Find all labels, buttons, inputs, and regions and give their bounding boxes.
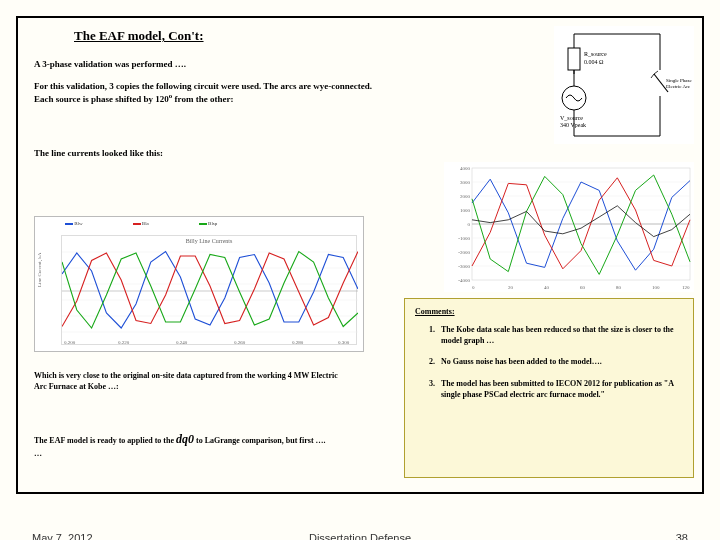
line-currents-label: The line currents looked like this: (34, 147, 686, 159)
chart1-svg: 0.2000.2200.240 0.2600.2800.300 (62, 236, 358, 346)
svg-text:-3000: -3000 (458, 264, 470, 269)
arc-label1: Single Phase (666, 78, 692, 83)
svg-text:-2000: -2000 (458, 250, 470, 255)
svg-text:0.220: 0.220 (118, 340, 130, 345)
dq0-text: dq0 (176, 432, 194, 446)
para2-line1: For this validation, 3 copies the follow… (34, 81, 372, 91)
para2-line2a: Each source is phase shifted by 120 (34, 94, 169, 104)
ready-text: The EAF model is ready to applied to the… (34, 430, 364, 460)
ready-pre: The EAF model is ready to applied to the (34, 436, 176, 445)
circuit-diagram: R_source 0.004 Ω V_source 340 Vpeak Sing… (554, 26, 694, 144)
comment-item: The model has been submitted to IECON 20… (437, 378, 683, 400)
svg-line-8 (654, 74, 668, 92)
svg-text:4000: 4000 (460, 166, 471, 171)
svg-text:-4000: -4000 (458, 278, 470, 283)
para-circuit-desc: For this validation, 3 copies the follow… (34, 80, 494, 105)
footer-page: 38 (676, 532, 688, 540)
svg-text:0.260: 0.260 (234, 340, 246, 345)
svg-text:0.200: 0.200 (64, 340, 76, 345)
comments-heading: Comments: (415, 307, 683, 316)
r-label: R_source (584, 51, 607, 57)
comments-list: The Kobe data scale has been reduced so … (437, 324, 683, 400)
svg-text:2000: 2000 (460, 194, 471, 199)
slide-content: The EAF model, Con't: A 3-phase validati… (16, 16, 704, 494)
chart1-ylabel: Line Current, kA (37, 253, 42, 287)
chart-kobe-data: 400030002000 10000-1000 -2000-3000-4000 … (444, 162, 694, 292)
svg-text:1000: 1000 (460, 208, 471, 213)
chart1-legend: Blw Bla Blsp (65, 221, 217, 226)
svg-text:0.300: 0.300 (338, 340, 350, 345)
svg-text:3000: 3000 (460, 180, 471, 185)
r-value: 0.004 Ω (584, 59, 604, 65)
para2-line2b: from the other: (172, 94, 233, 104)
svg-rect-2 (568, 48, 580, 70)
comment-item: The Kobe data scale has been reduced so … (437, 324, 683, 346)
arc-label2: Electric Arc (666, 84, 691, 89)
svg-text:80: 80 (616, 285, 622, 290)
svg-text:0.240: 0.240 (176, 340, 188, 345)
svg-text:40: 40 (544, 285, 550, 290)
ready-post: to LaGrange comparison, but first …. (194, 436, 326, 445)
svg-text:20: 20 (508, 285, 514, 290)
svg-text:0.280: 0.280 (292, 340, 304, 345)
svg-text:120: 120 (682, 285, 690, 290)
svg-text:-1000: -1000 (458, 236, 470, 241)
comments-box: Comments: The Kobe data scale has been r… (404, 298, 694, 478)
chart1-title: Billy Line Currents (62, 238, 356, 244)
v-value: 340 Vpeak (560, 122, 586, 128)
v-label: V_source (560, 115, 583, 121)
comment-item: No Gauss noise has been added to the mod… (437, 356, 683, 367)
ready-ellipsis: … (34, 449, 42, 458)
chart-model-currents: Blw Bla Blsp Line Current, kA Billy Line… (34, 216, 364, 352)
svg-text:100: 100 (652, 285, 660, 290)
svg-text:0: 0 (468, 222, 471, 227)
which-close-text: Which is very close to the original on-s… (34, 370, 344, 392)
footer-center: Dissertation Defense (0, 532, 720, 540)
svg-text:60: 60 (580, 285, 586, 290)
svg-text:0: 0 (472, 285, 475, 290)
